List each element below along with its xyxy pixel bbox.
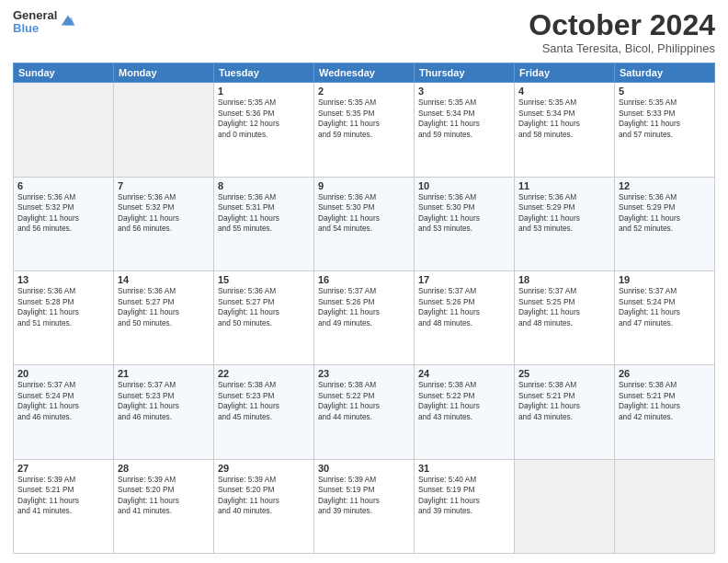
calendar-cell xyxy=(14,83,114,177)
calendar-row-3: 20Sunrise: 5:37 AM Sunset: 5:24 PM Dayli… xyxy=(14,365,715,459)
page: General Blue October 2024 Santa Teresita… xyxy=(0,0,728,563)
day-number: 15 xyxy=(218,274,310,285)
cell-content: Sunrise: 5:36 AM Sunset: 5:32 PM Dayligh… xyxy=(118,192,210,235)
day-number: 6 xyxy=(17,180,109,191)
calendar-cell: 28Sunrise: 5:39 AM Sunset: 5:20 PM Dayli… xyxy=(114,459,214,553)
day-number: 3 xyxy=(418,86,510,97)
day-number: 24 xyxy=(418,368,510,379)
cell-content: Sunrise: 5:35 AM Sunset: 5:35 PM Dayligh… xyxy=(318,98,410,140)
cell-content: Sunrise: 5:40 AM Sunset: 5:19 PM Dayligh… xyxy=(418,475,510,517)
calendar-cell: 4Sunrise: 5:35 AM Sunset: 5:34 PM Daylig… xyxy=(515,83,615,177)
cell-content: Sunrise: 5:36 AM Sunset: 5:29 PM Dayligh… xyxy=(518,192,610,235)
day-number: 27 xyxy=(17,463,109,474)
calendar-cell: 3Sunrise: 5:35 AM Sunset: 5:34 PM Daylig… xyxy=(415,83,515,177)
cell-content: Sunrise: 5:36 AM Sunset: 5:32 PM Dayligh… xyxy=(17,192,109,235)
cell-content: Sunrise: 5:35 AM Sunset: 5:34 PM Dayligh… xyxy=(418,98,510,140)
calendar-cell: 23Sunrise: 5:38 AM Sunset: 5:22 PM Dayli… xyxy=(314,365,415,459)
day-number: 9 xyxy=(318,180,410,191)
calendar-cell: 29Sunrise: 5:39 AM Sunset: 5:20 PM Dayli… xyxy=(214,459,314,553)
title-block: October 2024 Santa Teresita, Bicol, Phil… xyxy=(529,9,715,55)
calendar-cell: 22Sunrise: 5:38 AM Sunset: 5:23 PM Dayli… xyxy=(214,365,314,459)
calendar-cell: 9Sunrise: 5:36 AM Sunset: 5:30 PM Daylig… xyxy=(314,177,415,270)
month-title: October 2024 xyxy=(529,9,715,41)
calendar-cell: 24Sunrise: 5:38 AM Sunset: 5:22 PM Dayli… xyxy=(415,365,515,459)
logo-line2: Blue xyxy=(13,22,57,35)
day-number: 11 xyxy=(518,180,610,191)
cell-content: Sunrise: 5:37 AM Sunset: 5:25 PM Dayligh… xyxy=(518,286,610,328)
calendar-cell: 6Sunrise: 5:36 AM Sunset: 5:32 PM Daylig… xyxy=(14,177,114,270)
calendar-cell: 17Sunrise: 5:37 AM Sunset: 5:26 PM Dayli… xyxy=(415,270,515,364)
day-number: 22 xyxy=(218,368,310,379)
cell-content: Sunrise: 5:39 AM Sunset: 5:19 PM Dayligh… xyxy=(318,475,410,517)
day-number: 20 xyxy=(17,368,109,379)
calendar-cell: 25Sunrise: 5:38 AM Sunset: 5:21 PM Dayli… xyxy=(515,365,615,459)
calendar-cell: 10Sunrise: 5:36 AM Sunset: 5:30 PM Dayli… xyxy=(415,177,515,270)
calendar-cell: 2Sunrise: 5:35 AM Sunset: 5:35 PM Daylig… xyxy=(314,83,415,177)
day-number: 7 xyxy=(118,180,210,191)
calendar-cell: 13Sunrise: 5:36 AM Sunset: 5:28 PM Dayli… xyxy=(14,270,114,364)
cell-content: Sunrise: 5:36 AM Sunset: 5:28 PM Dayligh… xyxy=(17,286,109,328)
cell-content: Sunrise: 5:37 AM Sunset: 5:23 PM Dayligh… xyxy=(118,380,210,422)
calendar-cell: 14Sunrise: 5:36 AM Sunset: 5:27 PM Dayli… xyxy=(114,270,214,364)
calendar-cell xyxy=(515,459,615,553)
calendar-cell: 15Sunrise: 5:36 AM Sunset: 5:27 PM Dayli… xyxy=(214,270,314,364)
day-number: 16 xyxy=(318,274,410,285)
logo-line1: General xyxy=(13,9,57,22)
col-header-wednesday: Wednesday xyxy=(314,63,415,83)
day-number: 23 xyxy=(318,368,410,379)
cell-content: Sunrise: 5:38 AM Sunset: 5:22 PM Dayligh… xyxy=(418,380,510,422)
col-header-tuesday: Tuesday xyxy=(214,63,314,83)
calendar-cell: 27Sunrise: 5:39 AM Sunset: 5:21 PM Dayli… xyxy=(14,459,114,553)
cell-content: Sunrise: 5:37 AM Sunset: 5:24 PM Dayligh… xyxy=(619,286,711,328)
day-number: 19 xyxy=(619,274,711,285)
cell-content: Sunrise: 5:37 AM Sunset: 5:26 PM Dayligh… xyxy=(318,286,410,328)
logo-text: General Blue xyxy=(13,9,57,36)
calendar-cell: 7Sunrise: 5:36 AM Sunset: 5:32 PM Daylig… xyxy=(114,177,214,270)
calendar-row-0: 1Sunrise: 5:35 AM Sunset: 5:36 PM Daylig… xyxy=(14,83,715,177)
cell-content: Sunrise: 5:36 AM Sunset: 5:30 PM Dayligh… xyxy=(418,192,510,235)
col-header-saturday: Saturday xyxy=(615,63,715,83)
day-number: 5 xyxy=(619,86,711,97)
cell-content: Sunrise: 5:36 AM Sunset: 5:30 PM Dayligh… xyxy=(318,192,410,235)
cell-content: Sunrise: 5:38 AM Sunset: 5:21 PM Dayligh… xyxy=(619,380,711,422)
calendar-cell: 16Sunrise: 5:37 AM Sunset: 5:26 PM Dayli… xyxy=(314,270,415,364)
day-number: 21 xyxy=(118,368,210,379)
day-number: 10 xyxy=(418,180,510,191)
day-number: 26 xyxy=(619,368,711,379)
calendar-table: SundayMondayTuesdayWednesdayThursdayFrid… xyxy=(13,63,715,554)
calendar-cell: 11Sunrise: 5:36 AM Sunset: 5:29 PM Dayli… xyxy=(515,177,615,270)
cell-content: Sunrise: 5:36 AM Sunset: 5:27 PM Dayligh… xyxy=(218,286,310,328)
cell-content: Sunrise: 5:35 AM Sunset: 5:36 PM Dayligh… xyxy=(218,98,310,140)
day-number: 25 xyxy=(518,368,610,379)
header: General Blue October 2024 Santa Teresita… xyxy=(13,9,715,55)
day-number: 18 xyxy=(518,274,610,285)
calendar-cell xyxy=(114,83,214,177)
cell-content: Sunrise: 5:38 AM Sunset: 5:21 PM Dayligh… xyxy=(518,380,610,422)
cell-content: Sunrise: 5:35 AM Sunset: 5:34 PM Dayligh… xyxy=(518,98,610,140)
header-row: SundayMondayTuesdayWednesdayThursdayFrid… xyxy=(14,63,715,83)
calendar-row-4: 27Sunrise: 5:39 AM Sunset: 5:21 PM Dayli… xyxy=(14,459,715,553)
logo: General Blue xyxy=(13,9,76,36)
cell-content: Sunrise: 5:36 AM Sunset: 5:29 PM Dayligh… xyxy=(619,192,711,235)
day-number: 28 xyxy=(118,463,210,474)
cell-content: Sunrise: 5:37 AM Sunset: 5:24 PM Dayligh… xyxy=(17,380,109,422)
calendar-cell: 26Sunrise: 5:38 AM Sunset: 5:21 PM Dayli… xyxy=(615,365,715,459)
cell-content: Sunrise: 5:38 AM Sunset: 5:23 PM Dayligh… xyxy=(218,380,310,422)
calendar-cell: 31Sunrise: 5:40 AM Sunset: 5:19 PM Dayli… xyxy=(415,459,515,553)
col-header-thursday: Thursday xyxy=(415,63,515,83)
col-header-sunday: Sunday xyxy=(14,63,114,83)
day-number: 4 xyxy=(518,86,610,97)
col-header-friday: Friday xyxy=(515,63,615,83)
calendar-cell: 12Sunrise: 5:36 AM Sunset: 5:29 PM Dayli… xyxy=(615,177,715,270)
calendar-cell: 18Sunrise: 5:37 AM Sunset: 5:25 PM Dayli… xyxy=(515,270,615,364)
day-number: 30 xyxy=(318,463,410,474)
cell-content: Sunrise: 5:36 AM Sunset: 5:27 PM Dayligh… xyxy=(118,286,210,328)
day-number: 29 xyxy=(218,463,310,474)
calendar-cell: 19Sunrise: 5:37 AM Sunset: 5:24 PM Dayli… xyxy=(615,270,715,364)
day-number: 8 xyxy=(218,180,310,191)
cell-content: Sunrise: 5:38 AM Sunset: 5:22 PM Dayligh… xyxy=(318,380,410,422)
calendar-row-2: 13Sunrise: 5:36 AM Sunset: 5:28 PM Dayli… xyxy=(14,270,715,364)
day-number: 14 xyxy=(118,274,210,285)
day-number: 31 xyxy=(418,463,510,474)
location-subtitle: Santa Teresita, Bicol, Philippines xyxy=(529,41,715,55)
